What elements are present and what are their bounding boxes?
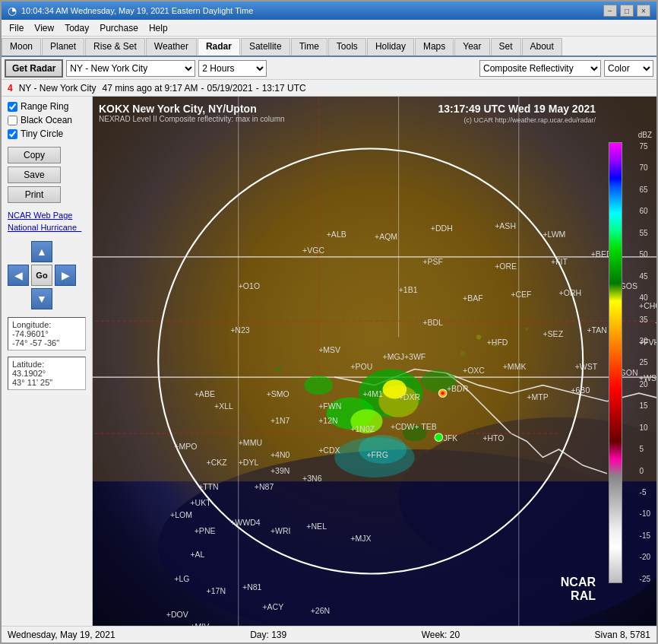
hurricane-link[interactable]: National Hurricane_ [8, 223, 86, 232]
svg-text:+DXR: +DXR [399, 392, 421, 401]
tab-time[interactable]: Time [291, 38, 327, 56]
svg-text:+CDX: +CDX [318, 446, 340, 455]
longitude-label: Longitude: [12, 320, 81, 329]
svg-text:+ABE: +ABE [195, 389, 215, 398]
tiny-circle-checkbox-row[interactable]: Tiny Circle [8, 128, 86, 139]
scale-title: dBZ [638, 131, 652, 139]
tab-about[interactable]: About [522, 38, 562, 56]
copy-button[interactable]: Copy [8, 147, 61, 163]
svg-text:+MMU: +MMU [239, 438, 262, 447]
radar-subtitle: NEXRAD Level II Composite reflectivity: … [99, 115, 285, 123]
tab-radar[interactable]: Radar [198, 38, 240, 56]
get-radar-button[interactable]: Get Radar [5, 59, 63, 78]
svg-text:+CEF: +CEF [511, 290, 532, 299]
menu-purchase[interactable]: Purchase [95, 21, 143, 35]
svg-text:+TAN: +TAN [587, 325, 606, 335]
svg-text:+BDR: +BDR [447, 384, 469, 393]
svg-text:+FIT: +FIT [551, 257, 568, 266]
svg-text:+ORE: +ORE [495, 262, 517, 271]
svg-point-27 [293, 379, 296, 382]
svg-text:+MTP: +MTP [527, 392, 548, 401]
save-button[interactable]: Save [8, 167, 61, 183]
black-ocean-checkbox-row[interactable]: Black Ocean [8, 115, 86, 125]
tab-planet[interactable]: Planet [42, 38, 84, 56]
svg-text:+6B0: +6B0 [571, 385, 590, 395]
nav-down-button[interactable]: ▼ [31, 288, 52, 309]
color-select[interactable]: Color Gray [604, 60, 653, 77]
nav-right-button[interactable]: ▶ [55, 265, 76, 286]
svg-text:+4M1: +4M1 [362, 389, 383, 398]
svg-text:+MMK: +MMK [503, 362, 527, 371]
svg-point-105 [435, 433, 443, 442]
print-button[interactable]: Print [8, 186, 61, 203]
tiny-circle-label: Tiny Circle [21, 128, 63, 139]
svg-text:+NZW: +NZW [655, 318, 656, 327]
tab-tools[interactable]: Tools [328, 38, 366, 56]
svg-text:+N81: +N81 [242, 582, 262, 592]
svg-point-22 [476, 335, 481, 339]
svg-text:+ALB: +ALB [327, 230, 346, 239]
svg-text:+OXC: +OXC [463, 366, 485, 375]
tab-satellite[interactable]: Satellite [241, 38, 290, 56]
maximize-button[interactable]: □ [620, 5, 634, 17]
go-button[interactable]: Go [31, 265, 52, 286]
svg-text:+LWM: +LWM [543, 230, 565, 239]
status-date: 05/19/2021 [207, 83, 253, 94]
svg-text:+1N0Z: +1N0Z [350, 424, 375, 433]
range-ring-checkbox[interactable] [8, 102, 17, 112]
sidebar: Range Ring Black Ocean Tiny Circle Copy … [2, 97, 93, 626]
status-time-ago: 47 mins ago at 9:17 AM [103, 83, 198, 94]
type-select[interactable]: Composite Reflectivity Base Reflectivity… [479, 60, 601, 77]
status-utc: 13:17 UTC [262, 83, 306, 94]
svg-point-104 [441, 392, 444, 395]
tab-holiday[interactable]: Holiday [367, 38, 414, 56]
tiny-circle-checkbox[interactable] [8, 129, 17, 139]
time-select[interactable]: 2 Hours 1 Hour 30 Min 15 Min [198, 60, 267, 77]
menu-file[interactable]: File [5, 21, 28, 35]
svg-text:+TTN: +TTN [198, 482, 219, 491]
svg-text:+WRI: +WRI [270, 526, 291, 535]
svg-text:+17N: +17N [207, 586, 226, 595]
svg-text:+MIV: +MIV [190, 622, 209, 626]
svg-text:+WWD4: +WWD4 [230, 518, 261, 527]
nav-arrow-pad: ▲ ◀ Go ▶ ▼ [8, 241, 76, 309]
svg-text:+DDH: +DDH [431, 224, 453, 233]
tab-moon[interactable]: Moon [2, 38, 41, 56]
tab-set[interactable]: Set [491, 38, 521, 56]
bottom-date: Wednesday, May 19, 2021 [8, 630, 115, 640]
black-ocean-checkbox[interactable] [8, 116, 17, 125]
svg-text:+LOM: +LOM [170, 510, 192, 519]
radar-svg: +VGC +ALB +AQM +DDH +ASH +LWM +O1O +PSF … [93, 97, 656, 626]
nav-up-button[interactable]: ▲ [31, 241, 52, 262]
tab-weather[interactable]: Weather [146, 38, 197, 56]
status-location: NY - New York City [19, 83, 96, 94]
minimize-button[interactable]: − [603, 5, 617, 17]
bottom-day: Day: 139 [250, 630, 286, 640]
svg-text:+POU: +POU [350, 362, 372, 371]
svg-text:+PNE: +PNE [195, 526, 216, 535]
menu-today[interactable]: Today [60, 21, 93, 35]
radar-datetime: 13:17:49 UTC Wed 19 May 2021 [438, 103, 596, 115]
frame-number: 4 [8, 83, 13, 94]
ncar-link[interactable]: NCAR Web Page [8, 211, 86, 220]
latitude-label: Latitude: [12, 360, 81, 369]
svg-text:+26N: +26N [311, 606, 330, 615]
svg-text:+SEZ: +SEZ [543, 329, 563, 338]
nav-left-button[interactable]: ◀ [8, 265, 29, 286]
range-ring-checkbox-row[interactable]: Range Ring [8, 101, 86, 112]
svg-text:+BAF: +BAF [463, 293, 483, 303]
radar-display: +VGC +ALB +AQM +DDH +ASH +LWM +O1O +PSF … [93, 97, 656, 626]
location-select[interactable]: NY - New York City [66, 60, 195, 77]
close-button[interactable]: × [637, 5, 650, 17]
tab-maps[interactable]: Maps [415, 38, 454, 56]
svg-text:+AL: +AL [190, 550, 204, 559]
svg-text:+LG: +LG [174, 574, 189, 583]
svg-point-24 [460, 351, 465, 355]
menu-help[interactable]: Help [144, 21, 172, 35]
latitude-val1: 43.1902° [12, 369, 81, 378]
tab-year[interactable]: Year [454, 38, 489, 56]
tab-rise-set[interactable]: Rise & Set [85, 38, 145, 56]
app-icon: ◔ [8, 5, 17, 17]
menu-view[interactable]: View [30, 21, 59, 35]
status-top-bar: 4 NY - New York City 47 mins ago at 9:17… [2, 80, 656, 97]
